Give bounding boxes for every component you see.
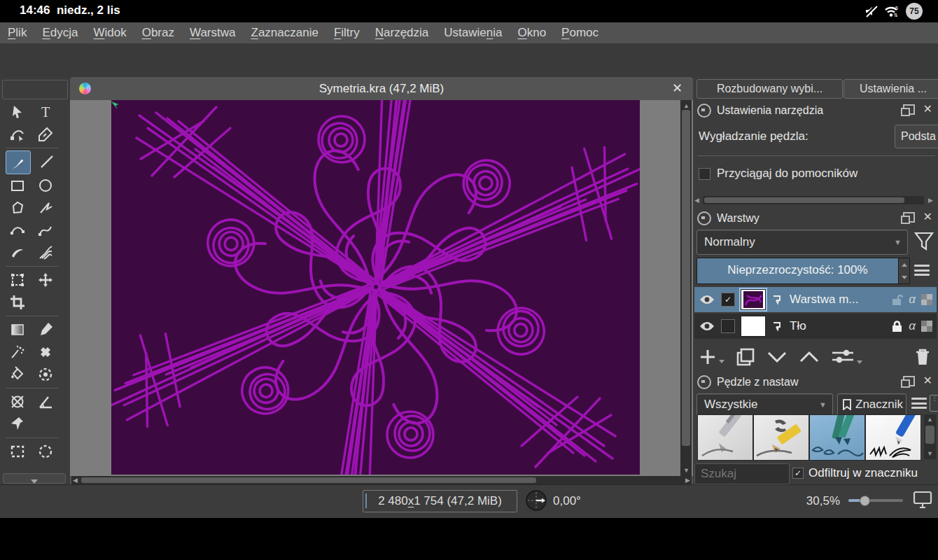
multibrush-tool[interactable]: [34, 241, 57, 264]
gradient-tool[interactable]: [6, 318, 29, 341]
tag-filter-checkbox[interactable]: ✓: [792, 468, 804, 479]
add-layer-button[interactable]: [699, 348, 724, 366]
zoom-value[interactable]: 30,5%: [791, 494, 840, 508]
layer-filter-icon[interactable]: [914, 231, 934, 252]
tool-options-header[interactable]: Ustawienia narzędzia: [697, 102, 823, 119]
layer-options-menu-icon[interactable]: [914, 265, 930, 276]
move-layer-up-button[interactable]: [799, 350, 820, 364]
move-layer-down-button[interactable]: [766, 350, 788, 364]
scroll-up-icon[interactable]: ▲: [683, 102, 690, 110]
layer-thumbnail[interactable]: [741, 289, 766, 310]
fill-tool[interactable]: [6, 363, 29, 386]
inherit-alpha-icon[interactable]: [921, 321, 932, 332]
freehand-brush-tool[interactable]: [6, 150, 31, 174]
zoom-slider[interactable]: [848, 499, 903, 502]
tool-options-hscrollbar[interactable]: [703, 196, 924, 204]
transform-tool[interactable]: [6, 269, 29, 291]
float-docker-icon[interactable]: [903, 212, 915, 223]
scroll-up-icon[interactable]: ▲: [927, 415, 933, 424]
unlocked-icon[interactable]: [891, 293, 903, 306]
menu-narzędzia[interactable]: Narzędzia: [368, 22, 437, 43]
menu-widok[interactable]: Widok: [85, 22, 134, 43]
snap-checkbox[interactable]: [699, 168, 710, 180]
layer-name[interactable]: Warstwa m...: [790, 293, 886, 307]
inherit-alpha-icon[interactable]: [921, 294, 932, 305]
layer-blend-mode-combo[interactable]: Normalny ▼: [696, 230, 908, 255]
canvas-rotation-icon[interactable]: [525, 489, 547, 512]
visibility-eye-icon[interactable]: [699, 320, 715, 332]
onion-skin-icon[interactable]: [771, 293, 784, 306]
tab-tool-options[interactable]: Ustawienia ...: [844, 79, 938, 99]
menu-ustawienia[interactable]: Ustawienia: [436, 22, 510, 43]
edit-shapes-tool[interactable]: [6, 123, 29, 146]
preset-search-input[interactable]: [694, 463, 790, 484]
scroll-right-icon[interactable]: ▶: [928, 196, 933, 204]
brush-preset-ballpoint[interactable]: [865, 414, 921, 461]
tab-advanced-color-selector[interactable]: Rozbudowany wybi...: [696, 79, 843, 99]
menu-pomoc[interactable]: Pomoc: [554, 22, 606, 43]
tag-combo[interactable]: Znacznik: [837, 393, 906, 416]
menu-warstwa[interactable]: Warstwa: [182, 22, 244, 43]
visibility-eye-icon[interactable]: [699, 293, 715, 306]
delete-layer-button[interactable]: [914, 347, 931, 367]
ellipse-select-tool[interactable]: [34, 440, 57, 463]
layer-select-checkbox[interactable]: ✓: [721, 293, 735, 307]
layer-properties-button[interactable]: [831, 349, 862, 365]
duplicate-layer-button[interactable]: [736, 347, 755, 367]
canvas-viewport[interactable]: [70, 100, 693, 476]
document-title-bar[interactable]: Symetria.kra (47,2 MiB) ✕: [70, 77, 693, 100]
line-tool[interactable]: [35, 150, 59, 173]
ellipse-tool[interactable]: [34, 174, 57, 197]
brush-preset-pencils-blue[interactable]: [809, 414, 865, 461]
brush-preset-pencil-2b[interactable]: [697, 414, 753, 461]
tag-filter-row[interactable]: ✓ Odfiltruj w znaczniku: [792, 466, 918, 480]
scroll-down-icon[interactable]: ▼: [683, 466, 690, 475]
layer-select-checkbox[interactable]: [721, 319, 735, 333]
close-docker-icon[interactable]: ✕: [923, 211, 932, 223]
layer-row-background[interactable]: Tło α: [694, 314, 937, 339]
toolbox-handle[interactable]: [2, 80, 68, 99]
smart-patch-tool[interactable]: [6, 341, 29, 363]
rotation-value[interactable]: 0,00°: [553, 494, 581, 508]
onion-skin-icon[interactable]: [771, 320, 784, 332]
rect-select-tool[interactable]: [6, 440, 29, 463]
float-docker-icon[interactable]: [903, 104, 915, 115]
menu-filtry[interactable]: Filtry: [326, 22, 368, 43]
canvas-vertical-scrollbar[interactable]: ▲ ▼: [680, 100, 692, 476]
canvas-artwork[interactable]: [111, 100, 640, 475]
alpha-icon[interactable]: α: [909, 319, 916, 333]
layer-row-paint[interactable]: ✓ Warstwa m... α: [694, 287, 937, 312]
select-shapes-tool[interactable]: [6, 101, 29, 123]
brush-preset-pencil-4b[interactable]: [753, 414, 809, 461]
scroll-down-icon[interactable]: ▼: [927, 449, 933, 458]
horizontal-scroll-thumb[interactable]: [81, 477, 536, 483]
menu-edycja[interactable]: Edycja: [34, 22, 85, 43]
color-sampler-tool[interactable]: [34, 318, 57, 341]
layer-name[interactable]: Tło: [790, 319, 886, 333]
scroll-left-icon[interactable]: ◀: [694, 196, 699, 204]
close-document-icon[interactable]: ✕: [672, 80, 682, 96]
measure-tool[interactable]: [34, 391, 57, 413]
layers-header[interactable]: Warstwy: [697, 210, 760, 227]
layer-opacity-slider[interactable]: Nieprzezroczystość: 100%: [696, 258, 910, 284]
layer-thumbnail[interactable]: [741, 316, 766, 337]
alpha-icon[interactable]: α: [909, 293, 916, 307]
vertical-scroll-thumb[interactable]: [682, 110, 690, 446]
preset-filter-combo[interactable]: Wszystkie ▼: [696, 393, 833, 416]
calligraphy-tool[interactable]: [34, 123, 57, 146]
text-tool[interactable]: T: [34, 101, 57, 123]
patch-tool[interactable]: [34, 341, 57, 363]
polygon-tool[interactable]: [6, 197, 29, 219]
reference-pin-tool[interactable]: [6, 413, 29, 435]
freehand-path-tool[interactable]: [34, 219, 57, 241]
menu-obraz[interactable]: Obraz: [134, 22, 182, 43]
scroll-left-icon[interactable]: ◀: [73, 476, 78, 484]
display-mode-icon[interactable]: [913, 491, 932, 509]
docker-lock-icon[interactable]: [697, 211, 711, 225]
toolbox-collapse-button[interactable]: [3, 473, 66, 484]
bezier-curve-tool[interactable]: [6, 219, 29, 241]
menu-zaznaczanie[interactable]: Zaznaczanie: [243, 22, 326, 43]
crop-tool[interactable]: [6, 291, 29, 314]
rectangle-tool[interactable]: [6, 174, 29, 197]
smoothing-combo[interactable]: Podsta: [895, 125, 938, 148]
